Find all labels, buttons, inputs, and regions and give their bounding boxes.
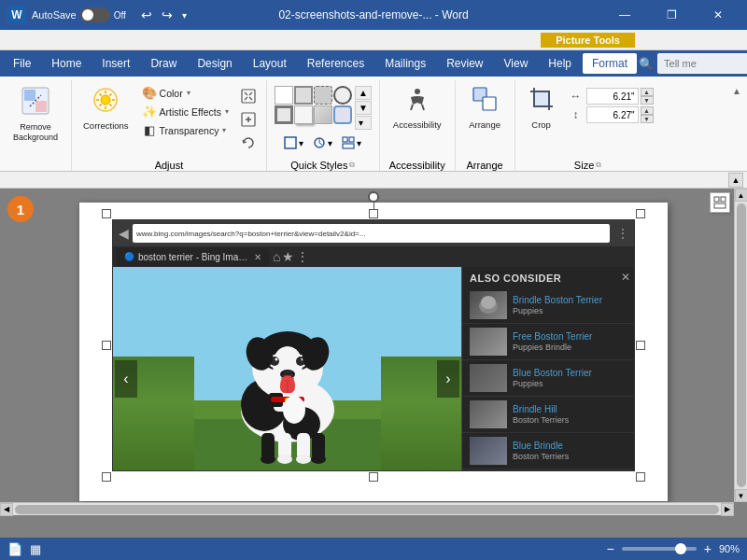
- sidebar-item-1[interactable]: Brindle Boston Terrier Puppies: [462, 287, 634, 324]
- layout-options-button[interactable]: [710, 192, 730, 213]
- menu-home[interactable]: Home: [42, 53, 91, 74]
- handle-bottom-right[interactable]: [636, 472, 645, 482]
- nav-right-button[interactable]: ›: [437, 360, 459, 398]
- sidebar-item-4[interactable]: Brindle Hill Boston Terriers: [462, 397, 634, 433]
- handle-top-left[interactable]: [102, 209, 111, 218]
- zoom-plus-button[interactable]: +: [704, 541, 712, 556]
- compress-pictures-button[interactable]: [238, 86, 259, 106]
- column-view-button[interactable]: ▦: [30, 542, 41, 556]
- tab-home-icon[interactable]: ⌂: [273, 249, 280, 264]
- corrections-button[interactable]: Corrections: [79, 84, 133, 133]
- tell-me-input[interactable]: [657, 53, 747, 74]
- tab-close-button[interactable]: ✕: [254, 252, 261, 262]
- tab-more-icon[interactable]: ⋮: [296, 249, 309, 264]
- handle-bottom-middle[interactable]: [369, 472, 378, 482]
- picture-style-8[interactable]: [333, 105, 352, 124]
- zoom-minus-button[interactable]: −: [607, 541, 614, 556]
- restore-button[interactable]: ❐: [650, 0, 693, 30]
- sidebar-item-5[interactable]: Blue Brindle Boston Terriers: [462, 433, 634, 469]
- zoom-slider[interactable]: [622, 547, 697, 551]
- size-expand-button[interactable]: ⧉: [596, 161, 601, 170]
- scroll-right-button[interactable]: ▶: [721, 503, 734, 516]
- style-more-button[interactable]: ▾: [355, 116, 372, 130]
- crop-button[interactable]: Crop: [523, 84, 560, 132]
- arrange-button[interactable]: Arrange: [463, 84, 506, 132]
- transparency-button[interactable]: ◧ Transparency ▾: [138, 121, 233, 139]
- scroll-left-button[interactable]: ◀: [0, 503, 13, 516]
- sidebar-item-3[interactable]: Blue Boston Terrier Puppies: [462, 360, 634, 397]
- redo-button[interactable]: ↪: [158, 6, 176, 24]
- browser-back-button[interactable]: ◀: [119, 226, 129, 241]
- autosave-toggle[interactable]: AutoSave Off: [32, 7, 126, 22]
- sidebar-close-button[interactable]: ✕: [621, 271, 630, 284]
- menu-help[interactable]: Help: [539, 53, 581, 74]
- svg-rect-9: [343, 137, 347, 142]
- menu-mailings[interactable]: Mailings: [375, 53, 435, 74]
- menu-design[interactable]: Design: [188, 53, 241, 74]
- tab-star-icon[interactable]: ★: [282, 249, 294, 264]
- height-down-button[interactable]: ▼: [641, 115, 654, 123]
- zoom-thumb[interactable]: [675, 543, 686, 554]
- menu-format[interactable]: Format: [583, 53, 637, 74]
- picture-style-3[interactable]: [314, 86, 332, 105]
- handle-top-right[interactable]: [636, 209, 645, 218]
- change-picture-button[interactable]: [238, 109, 259, 130]
- height-input[interactable]: [586, 106, 639, 123]
- picture-style-1[interactable]: [275, 86, 293, 105]
- minimize-button[interactable]: —: [603, 0, 646, 30]
- remove-background-button[interactable]: Remove Background: [7, 84, 63, 145]
- menu-review[interactable]: Review: [437, 53, 492, 74]
- picture-style-5[interactable]: [275, 105, 293, 124]
- picture-effects-button[interactable]: ▾: [310, 135, 335, 150]
- nav-left-button[interactable]: ‹: [115, 360, 137, 398]
- picture-border-button[interactable]: ▾: [281, 135, 306, 150]
- width-up-button[interactable]: ▲: [641, 88, 654, 96]
- vertical-scroll-thumb[interactable]: [737, 203, 746, 487]
- browser-settings-icon[interactable]: ⋮: [617, 227, 628, 240]
- close-button[interactable]: ✕: [697, 0, 740, 30]
- artistic-effects-button[interactable]: ✨ Artistic Effects ▾: [138, 103, 233, 120]
- handle-middle-left[interactable]: [102, 341, 111, 350]
- accessibility-button[interactable]: Accessibility: [388, 84, 447, 132]
- horizontal-scrollbar[interactable]: ◀ ▶: [0, 502, 734, 515]
- autosave-pill[interactable]: [80, 7, 110, 22]
- size-fields: ↔ ▲ ▼ ↕ ▲ ▼: [568, 84, 654, 123]
- status-bar-right: − + 90%: [607, 541, 740, 556]
- picture-styles-expand-button[interactable]: ⧉: [349, 161, 355, 170]
- picture-style-7[interactable]: [314, 105, 332, 124]
- image-selection-wrapper[interactable]: ◀ www.bing.com/images/search?q=boston+te…: [112, 219, 635, 471]
- ruler-collapse-button[interactable]: ▲: [728, 173, 743, 188]
- handle-bottom-left[interactable]: [102, 472, 111, 482]
- menu-layout[interactable]: Layout: [244, 53, 296, 74]
- style-down-button[interactable]: ▼: [355, 101, 372, 115]
- width-down-button[interactable]: ▼: [641, 96, 654, 105]
- arrange-content: Arrange: [463, 80, 506, 160]
- picture-style-6[interactable]: [294, 105, 313, 124]
- menu-view[interactable]: View: [495, 53, 538, 74]
- scroll-up-button[interactable]: ▲: [735, 189, 748, 202]
- rotate-handle[interactable]: [368, 191, 379, 203]
- menu-draw[interactable]: Draw: [141, 53, 186, 74]
- sidebar-more-link[interactable]: More sizes | Similar images: [462, 469, 634, 471]
- height-up-button[interactable]: ▲: [641, 106, 654, 115]
- vertical-scrollbar[interactable]: ▲ ▼: [734, 189, 747, 502]
- width-input[interactable]: [586, 88, 639, 105]
- color-button[interactable]: 🎨 Color ▾: [138, 84, 233, 102]
- menu-references[interactable]: References: [298, 53, 374, 74]
- undo-button[interactable]: ↩: [137, 6, 156, 24]
- picture-style-2[interactable]: [294, 86, 313, 105]
- ribbon-collapse-button[interactable]: ▲: [730, 84, 743, 98]
- scroll-down-button[interactable]: ▼: [735, 489, 748, 502]
- horizontal-scroll-thumb[interactable]: [15, 505, 719, 514]
- browser-tab[interactable]: 🔵 boston terrier - Bing Images ✕: [117, 248, 269, 266]
- sidebar-item-2[interactable]: Free Boston Terrier Puppies Brindle: [462, 324, 634, 360]
- picture-style-4[interactable]: [333, 86, 352, 105]
- more-commands-button[interactable]: ▾: [178, 8, 190, 22]
- handle-middle-right[interactable]: [636, 341, 645, 350]
- handle-top-middle[interactable]: [369, 209, 378, 218]
- style-up-button[interactable]: ▲: [355, 86, 372, 100]
- menu-file[interactable]: File: [4, 53, 40, 74]
- reset-picture-button[interactable]: [238, 133, 259, 153]
- picture-layout-button[interactable]: ▾: [339, 135, 364, 150]
- menu-insert[interactable]: Insert: [92, 53, 139, 74]
